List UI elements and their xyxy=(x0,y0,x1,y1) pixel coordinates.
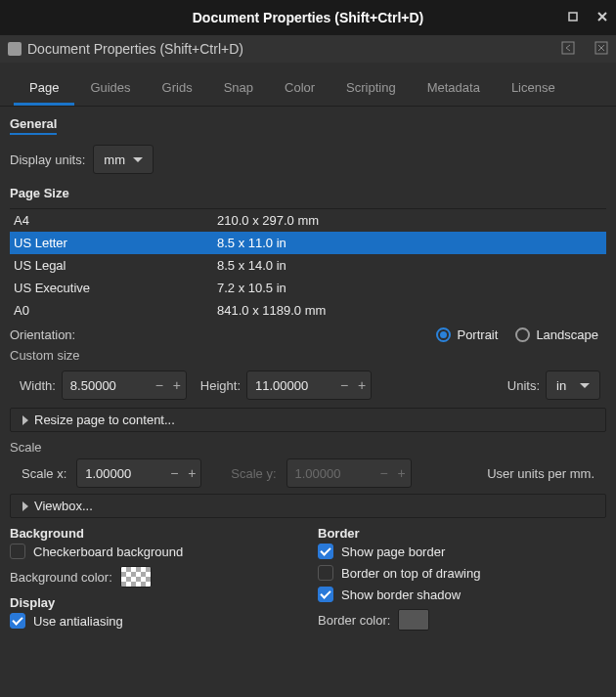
close-icon[interactable] xyxy=(596,11,608,25)
titlebar: Document Properties (Shift+Ctrl+D) xyxy=(0,0,616,35)
tab-license[interactable]: License xyxy=(496,72,571,106)
select-units[interactable]: in xyxy=(546,370,600,400)
heading-scale: Scale xyxy=(10,440,606,455)
check-border-ontop[interactable]: Border on top of drawing xyxy=(318,565,480,581)
label-bordercolor: Border color: xyxy=(318,613,390,628)
tabbar: Page Guides Grids Snap Color Scripting M… xyxy=(0,63,616,107)
heading-page-size: Page Size xyxy=(10,186,606,202)
spin-height[interactable]: −+ xyxy=(246,370,372,400)
label-scaley: Scale y: xyxy=(231,466,276,481)
input-scaley xyxy=(287,466,375,481)
page-size-row[interactable]: A4210.0 x 297.0 mm xyxy=(10,209,606,232)
heading-border: Border xyxy=(318,526,606,541)
close-panel-icon[interactable] xyxy=(594,41,608,58)
page-size-row[interactable]: US Executive7.2 x 10.5 in xyxy=(10,277,606,299)
label-display-units: Display units: xyxy=(10,152,85,167)
page-size-row[interactable]: A0841.0 x 1189.0 mm xyxy=(10,299,606,322)
input-scalex[interactable] xyxy=(77,466,165,481)
spin-scaley: −+ xyxy=(286,458,412,488)
chevron-down-icon xyxy=(133,157,143,162)
document-subtitle: Document Properties (Shift+Ctrl+D) xyxy=(27,41,243,57)
plus-icon[interactable]: + xyxy=(353,377,371,393)
tab-metadata[interactable]: Metadata xyxy=(412,72,496,106)
tab-guides[interactable]: Guides xyxy=(74,72,146,106)
minus-icon[interactable]: − xyxy=(335,377,353,393)
inkscape-icon xyxy=(8,42,22,56)
minus-icon: − xyxy=(375,465,393,481)
tab-color[interactable]: Color xyxy=(269,72,330,106)
label-orientation: Orientation: xyxy=(10,327,75,342)
expander-viewbox[interactable]: Viewbox... xyxy=(10,494,606,518)
input-height[interactable] xyxy=(247,378,335,393)
swatch-bordercolor[interactable] xyxy=(398,609,429,631)
sub-titlebar: Document Properties (Shift+Ctrl+D) xyxy=(0,35,616,63)
svg-rect-1 xyxy=(562,42,574,54)
swatch-bgcolor[interactable] xyxy=(120,566,152,588)
label-bgcolor: Background color: xyxy=(10,570,112,585)
plus-icon: + xyxy=(393,465,411,481)
dock-icon[interactable] xyxy=(561,41,575,58)
minus-icon[interactable]: − xyxy=(165,465,183,481)
plus-icon[interactable]: + xyxy=(183,465,200,481)
page-size-row[interactable]: US Letter8.5 x 11.0 in xyxy=(10,232,606,254)
input-width[interactable] xyxy=(63,378,151,393)
triangle-right-icon xyxy=(22,501,28,511)
triangle-right-icon xyxy=(22,415,28,425)
heading-general: General xyxy=(10,116,57,135)
svg-rect-0 xyxy=(569,13,577,21)
heading-display: Display xyxy=(10,595,298,610)
radio-landscape[interactable]: Landscape xyxy=(515,327,598,342)
plus-icon[interactable]: + xyxy=(168,377,186,393)
check-show-border[interactable]: Show page border xyxy=(318,544,445,559)
expander-resize[interactable]: Resize page to content... xyxy=(10,408,606,432)
chevron-down-icon xyxy=(580,383,590,388)
label-height: Height: xyxy=(200,378,241,393)
tab-snap[interactable]: Snap xyxy=(208,72,269,106)
tab-page[interactable]: Page xyxy=(14,72,74,106)
select-display-units[interactable]: mm xyxy=(93,145,154,174)
label-user-units: User units per mm. xyxy=(487,466,594,481)
check-antialias[interactable]: Use antialiasing xyxy=(10,613,123,629)
heading-background: Background xyxy=(10,526,298,541)
select-display-units-value: mm xyxy=(104,152,125,167)
minimize-icon[interactable] xyxy=(567,11,579,25)
check-checkerboard[interactable]: Checkerboard background xyxy=(10,544,183,559)
spin-scalex[interactable]: −+ xyxy=(76,458,201,488)
page-size-table: A4210.0 x 297.0 mm US Letter8.5 x 11.0 i… xyxy=(10,208,606,322)
check-border-shadow[interactable]: Show border shadow xyxy=(318,587,461,602)
label-custom-size: Custom size xyxy=(10,348,606,363)
page-size-row[interactable]: US Legal8.5 x 14.0 in xyxy=(10,254,606,277)
spin-width[interactable]: −+ xyxy=(62,370,187,400)
minus-icon[interactable]: − xyxy=(151,377,168,393)
label-width: Width: xyxy=(20,378,56,393)
label-scalex: Scale x: xyxy=(22,466,66,481)
window-controls xyxy=(567,11,608,25)
window-title: Document Properties (Shift+Ctrl+D) xyxy=(193,10,423,25)
tab-grids[interactable]: Grids xyxy=(147,72,208,106)
tab-scripting[interactable]: Scripting xyxy=(330,72,412,106)
radio-portrait[interactable]: Portrait xyxy=(436,327,498,342)
label-units: Units: xyxy=(507,378,540,393)
